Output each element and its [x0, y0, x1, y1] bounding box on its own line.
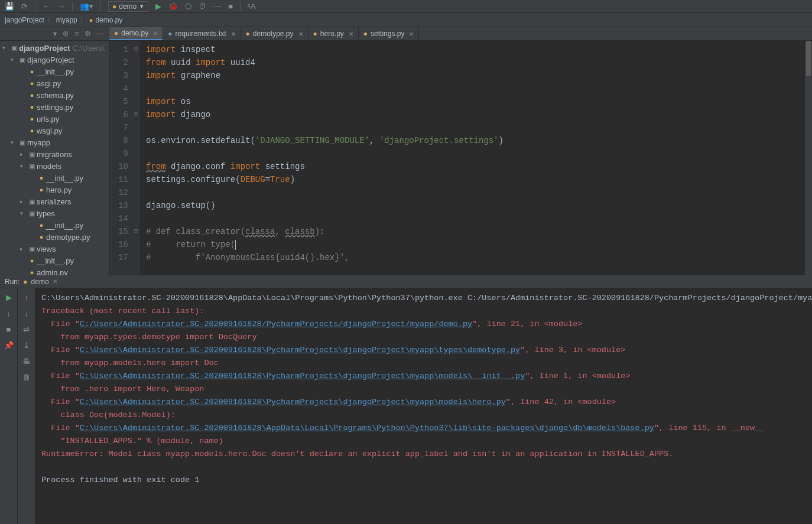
- breadcrumb-item[interactable]: demo.py: [95, 16, 122, 24]
- tree-arrow-icon[interactable]: ▾: [20, 163, 27, 169]
- project-tree[interactable]: ▾ ▣ djangoProject C:\Users\ ▾▣djangoProj…: [0, 41, 109, 275]
- tree-row[interactable]: ●asgi.py: [0, 77, 109, 89]
- tree-row[interactable]: ●urls.py: [0, 113, 109, 125]
- close-icon[interactable]: ✕: [231, 31, 236, 37]
- tree-row[interactable]: ▾▣types: [0, 207, 109, 219]
- tree-arrow-icon[interactable]: ▾: [20, 210, 27, 216]
- run-icon[interactable]: ▶: [6, 293, 12, 302]
- close-icon[interactable]: ✕: [53, 278, 57, 285]
- editor-tab[interactable]: ●requirements.txt✕: [163, 27, 241, 40]
- tree-row[interactable]: ●admin.py: [0, 266, 109, 275]
- close-icon[interactable]: ✕: [409, 31, 414, 37]
- tree-arrow-icon[interactable]: ▸: [20, 151, 27, 157]
- expand-all-icon[interactable]: ≡: [74, 30, 79, 38]
- run-icon[interactable]: ▶: [155, 2, 161, 11]
- trash-icon[interactable]: 🗑: [22, 373, 30, 382]
- editor-scrollbar[interactable]: [805, 41, 812, 275]
- tree-row[interactable]: ●schema.py: [0, 89, 109, 101]
- back-icon[interactable]: ←: [43, 2, 50, 11]
- hide-icon[interactable]: —: [97, 30, 104, 38]
- commit-icon[interactable]: 👥▾: [80, 2, 93, 11]
- tree-label: djangoProject: [27, 56, 74, 64]
- run-config-selector[interactable]: ● demo ▼: [108, 1, 148, 12]
- tree-row[interactable]: ●hero.py: [0, 184, 109, 196]
- tree-arrow-icon[interactable]: ▸: [20, 246, 27, 252]
- down-icon[interactable]: ↓: [24, 309, 28, 318]
- tab-label: requirements.txt: [176, 30, 226, 38]
- project-dropdown-icon[interactable]: ▾: [53, 30, 57, 38]
- tree-row[interactable]: ▾▣myapp: [0, 136, 109, 148]
- close-icon[interactable]: ✕: [298, 31, 303, 37]
- py-icon: ●: [246, 30, 250, 38]
- stop-icon[interactable]: ■: [7, 325, 11, 334]
- tab-label: demotype.py: [253, 30, 294, 38]
- attach-icon[interactable]: ⋯: [213, 2, 221, 11]
- tree-row[interactable]: ●wsgi.py: [0, 125, 109, 136]
- tree-label: migrations: [37, 150, 72, 159]
- tree-row[interactable]: ●demotype.py: [0, 231, 109, 243]
- stop-icon[interactable]: ■: [228, 2, 233, 11]
- tree-root[interactable]: ▾ ▣ djangoProject C:\Users\: [0, 42, 109, 54]
- run-header: Run: ● demo ✕: [0, 275, 812, 288]
- debug-icon[interactable]: 🐞: [168, 2, 178, 11]
- code-editor[interactable]: 1234567891011121314151617 ⊟⊟⊟ import ins…: [109, 41, 812, 275]
- editor-tab[interactable]: ●settings.py✕: [359, 27, 420, 40]
- select-opened-icon[interactable]: ⊕: [63, 30, 69, 38]
- refresh-icon[interactable]: ⟳: [21, 2, 28, 11]
- code-content[interactable]: import inspect from uuid import uuid4 im…: [140, 41, 812, 275]
- close-icon[interactable]: ✕: [153, 30, 158, 37]
- run-side-toolbar-2: ↑ ↓ ⇄ ⤓ 🖶 🗑: [18, 288, 35, 524]
- wrap-icon[interactable]: ⇄: [23, 325, 30, 334]
- tree-row[interactable]: ▸▣migrations: [0, 148, 109, 160]
- editor-tab[interactable]: ●demo.py✕: [109, 27, 163, 40]
- tree-arrow-icon[interactable]: ▾: [11, 139, 18, 145]
- coverage-icon[interactable]: ⬡: [185, 2, 191, 11]
- breadcrumb-item[interactable]: myapp: [56, 16, 77, 24]
- run-output[interactable]: C:\Users\Administrator.SC-202009161828\A…: [35, 288, 812, 524]
- tree-arrow-icon[interactable]: ▸: [20, 198, 27, 204]
- gear-icon[interactable]: ⚙: [85, 30, 91, 38]
- toolbar-separator: [240, 2, 241, 11]
- breadcrumb-item[interactable]: jangoProject: [5, 16, 44, 24]
- fold-gutter[interactable]: ⊟⊟⊟: [134, 41, 140, 275]
- down-icon[interactable]: ↓: [7, 309, 11, 318]
- scrollbar-thumb[interactable]: [806, 41, 811, 76]
- run-tab-name[interactable]: demo: [31, 278, 49, 286]
- python-icon: ●: [112, 2, 116, 11]
- chevron-right-icon: 〉: [80, 15, 87, 25]
- tree-row[interactable]: ▸▣serializers: [0, 196, 109, 207]
- tree-label: wsgi.py: [37, 126, 62, 135]
- pin-icon[interactable]: 📌: [4, 341, 14, 350]
- forward-icon[interactable]: →: [57, 2, 65, 11]
- editor-tab[interactable]: ●demotype.py✕: [241, 27, 308, 40]
- editor-tab[interactable]: ●hero.py✕: [308, 27, 359, 40]
- scroll-icon[interactable]: ⤓: [23, 341, 30, 350]
- py-icon: ●: [363, 30, 368, 38]
- translate-icon[interactable]: ᵡA: [248, 2, 256, 11]
- breadcrumb: jangoProject 〉 myapp 〉 ● demo.py: [0, 13, 812, 27]
- tree-row[interactable]: ●__init__.py: [0, 172, 109, 184]
- tree-row[interactable]: ▾▣djangoProject: [0, 54, 109, 66]
- folder-icon: ▣: [27, 210, 37, 217]
- up-icon[interactable]: ↑: [24, 293, 28, 302]
- main-split: ▾ ⊕ ≡ ⚙ — ▾ ▣ djangoProject C:\Users\ ▾▣…: [0, 27, 812, 275]
- tree-arrow-icon[interactable]: ▾: [11, 57, 18, 63]
- tree-row[interactable]: ▸▣views: [0, 243, 109, 255]
- py-icon: ●: [27, 103, 37, 110]
- run-side-toolbar: ▶ ↓ ■ 📌: [0, 288, 18, 524]
- py-icon: ●: [114, 29, 118, 37]
- profile-icon[interactable]: ⏱: [199, 2, 206, 11]
- print-icon[interactable]: 🖶: [22, 357, 30, 366]
- tree-row[interactable]: ●__init__.py: [0, 66, 109, 77]
- toolbar-separator: [72, 2, 73, 11]
- run-body: ▶ ↓ ■ 📌 ↑ ↓ ⇄ ⤓ 🖶 🗑 C:\Users\Administrat…: [0, 288, 812, 524]
- chevron-down-icon[interactable]: ▾: [2, 45, 9, 51]
- save-icon[interactable]: 💾: [5, 2, 14, 11]
- close-icon[interactable]: ✕: [349, 31, 353, 37]
- tab-label: demo.py: [121, 29, 148, 37]
- tree-row[interactable]: ●__init__.py: [0, 219, 109, 231]
- tree-row[interactable]: ▾▣models: [0, 160, 109, 172]
- py-icon: ●: [37, 233, 46, 240]
- tree-row[interactable]: ●settings.py: [0, 101, 109, 113]
- tree-row[interactable]: ●__init__.py: [0, 255, 109, 266]
